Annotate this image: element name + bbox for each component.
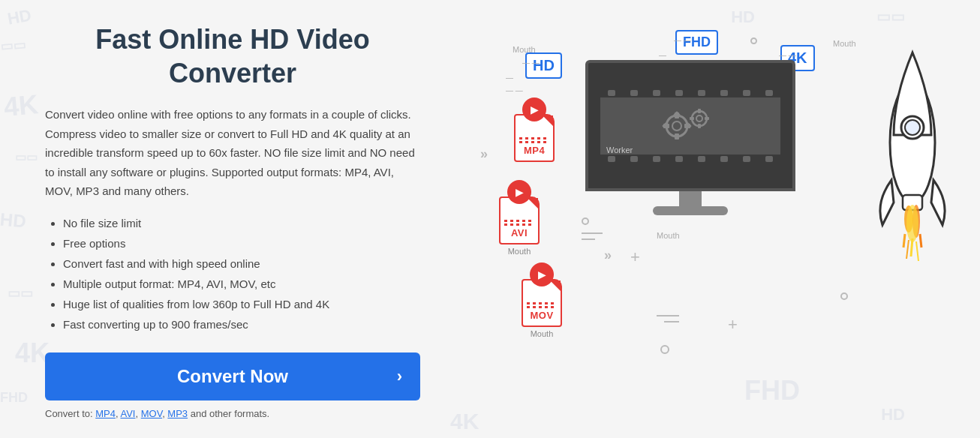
mp4-file-dots [519, 137, 549, 140]
mouth-label-4k: Mouth [833, 39, 856, 48]
svg-line-23 [903, 234, 905, 248]
avi-file-dots [504, 220, 534, 222]
format-avi-link[interactable]: AVI [120, 408, 135, 419]
avi-play-button: ▶ [507, 180, 531, 204]
svg-line-26 [906, 240, 909, 259]
monitor-screen: Worker [585, 60, 795, 191]
mouth-label-mov: Mouth [531, 329, 554, 338]
main-container: Fast Online HD VideoConverter Convert vi… [0, 0, 980, 438]
mp4-format-badge: ▶ MP4 [514, 98, 555, 162]
avi-label: AVI [511, 227, 528, 238]
svg-point-18 [905, 120, 920, 135]
rocket-icon [867, 38, 957, 278]
feature-item: Multiple output format: MP4, AVI, MOV, e… [63, 274, 420, 294]
convert-button-label: Convert Now [177, 366, 288, 387]
mov-file-dots [527, 302, 557, 304]
svg-rect-3 [675, 134, 679, 140]
monitor-stand-base [653, 206, 728, 215]
svg-rect-15 [705, 117, 709, 120]
convert-now-button[interactable]: Convert Now › [45, 352, 420, 400]
features-list: No file size limit Free options Convert … [45, 213, 420, 334]
feature-item: Free options [63, 233, 420, 254]
page-title: Fast Online HD VideoConverter [45, 22, 420, 90]
feature-item: Convert fast and with high speed online [63, 254, 420, 274]
monitor-film: Worker [600, 88, 780, 164]
plus-icon-2: + [630, 248, 640, 267]
deco-circle-3 [582, 218, 589, 225]
deco-circle-6 [750, 38, 757, 44]
feature-item: Fast converting up to 900 frames/sec [63, 314, 420, 334]
svg-point-22 [906, 205, 918, 242]
formats-suffix: and other formats. [191, 408, 270, 419]
avi-format-badge: ▶ AVI Mouth [499, 180, 540, 256]
avi-file-dots2 [504, 224, 534, 226]
mov-file-dots2 [527, 306, 557, 308]
svg-point-11 [696, 116, 702, 122]
left-panel: Fast Online HD VideoConverter Convert vi… [0, 0, 465, 438]
illustration: HD — — — — — Mouth FHD — — — — — 4K Mout… [465, 0, 980, 438]
convert-formats-text: Convert to: MP4, AVI, MOV, MP3 and other… [45, 408, 420, 419]
arrows-center: » [604, 248, 612, 263]
mouth-label-hd: Mouth [513, 45, 536, 54]
svg-rect-12 [698, 109, 701, 113]
worker-label: Worker [606, 146, 633, 154]
svg-line-27 [916, 242, 918, 261]
mouth-label-avi: Mouth [508, 247, 531, 256]
chevron-right-icon: › [397, 367, 402, 386]
format-mov-link[interactable]: MOV [141, 408, 162, 419]
svg-point-0 [666, 116, 687, 136]
plus-icon-3: + [728, 315, 738, 334]
mp4-label: MP4 [524, 145, 545, 156]
film-holes-bottom [600, 154, 780, 164]
hline-6 [664, 321, 679, 322]
svg-line-24 [911, 238, 912, 256]
monitor-stand-neck [679, 191, 702, 206]
mov-format-badge: ▶ MOV Mouth [522, 262, 562, 338]
feature-item: No file size limit [63, 213, 420, 233]
format-mp3-link[interactable]: MP3 [167, 408, 188, 419]
mp4-file-dots2 [519, 141, 549, 143]
arrows-left: » [480, 146, 488, 162]
svg-line-25 [920, 234, 921, 248]
hline-4 [582, 238, 595, 240]
description-text: Convert video online with free options t… [45, 105, 420, 201]
rocket-container [867, 38, 957, 262]
svg-rect-14 [690, 117, 694, 120]
mov-label: MOV [530, 310, 553, 321]
svg-point-1 [672, 122, 681, 130]
hline-5 [657, 315, 679, 316]
right-panel: HD — — — — — Mouth FHD — — — — — 4K Mout… [465, 0, 980, 438]
hline-3 [582, 232, 603, 234]
mp4-play-button: ▶ [522, 98, 546, 122]
formats-prefix: Convert to: [45, 408, 93, 419]
mov-play-button: ▶ [530, 262, 554, 286]
format-mp4-link[interactable]: MP4 [95, 408, 116, 419]
deco-circle-5 [840, 292, 848, 300]
film-holes-top [600, 88, 780, 98]
feature-item: Huge list of qualities from low 360p to … [63, 294, 420, 314]
gears-icon [660, 104, 720, 148]
deco-circle-4 [660, 345, 669, 354]
monitor: Worker [585, 60, 795, 218]
mouth-label-monitor: Mouth [657, 231, 680, 240]
svg-rect-13 [698, 124, 701, 128]
